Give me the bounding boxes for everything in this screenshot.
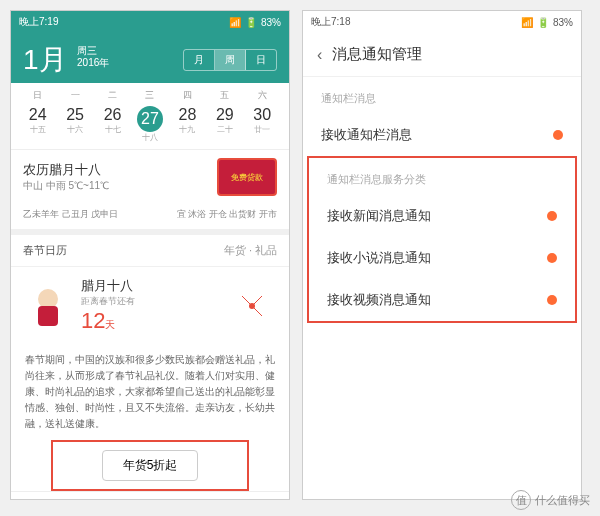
weekday-cell: 三: [145, 89, 154, 102]
weekday-cell: 六: [258, 89, 267, 102]
setting-row[interactable]: 接收新闻消息通知: [309, 195, 575, 237]
festival-card[interactable]: 腊月十八 距离春节还有 12天: [11, 267, 289, 344]
countdown-number: 12: [81, 308, 105, 333]
svg-line-4: [252, 296, 262, 306]
back-icon[interactable]: ‹: [317, 46, 322, 64]
tab-day[interactable]: 日: [246, 50, 276, 70]
settings-screen: 晚上7:18 📶 🔋 83% ‹ 消息通知管理 通知栏消息 接收通知栏消息 通知…: [302, 10, 582, 500]
battery-pct: 83%: [553, 17, 573, 28]
setting-label: 接收通知栏消息: [321, 126, 412, 144]
weather-info: 中山 中雨 5℃~11℃: [23, 179, 109, 193]
setting-label: 接收视频消息通知: [327, 291, 431, 309]
festival-title: 腊月十八: [81, 277, 219, 295]
day-cell[interactable]: 26十七: [98, 106, 128, 143]
weekday-cell: 五: [220, 89, 229, 102]
status-bar: 晚上7:18 📶 🔋 83%: [303, 11, 581, 33]
tab-month[interactable]: 月: [184, 50, 215, 70]
setting-row[interactable]: 接收视频消息通知: [309, 279, 575, 321]
signal-icon: 📶: [229, 17, 241, 28]
fortune-row: 乙未羊年 己丑月 戊申日 宜 沐浴 开仓 出货财 开市: [11, 204, 289, 235]
toggle-indicator[interactable]: [547, 253, 557, 263]
section-header: 春节日历 年货 · 礼品: [11, 235, 289, 267]
weekday-label: 周三: [77, 45, 97, 56]
countdown-unit: 天: [105, 319, 115, 330]
weekday-cell: 二: [108, 89, 117, 102]
toggle-indicator[interactable]: [547, 211, 557, 221]
day-cell[interactable]: 28十九: [172, 106, 202, 143]
weekday-cell: 四: [183, 89, 192, 102]
month-label[interactable]: 1月: [23, 44, 67, 75]
status-time: 晚上7:18: [311, 15, 350, 29]
calendar-grid: 日一二三四五六 24十五25十六26十七27十八28十九29二十30廿一: [11, 83, 289, 149]
setting-row-main[interactable]: 接收通知栏消息: [303, 114, 581, 156]
section-link[interactable]: 年货 · 礼品: [224, 243, 277, 258]
day-cell[interactable]: 30廿一: [247, 106, 277, 143]
tab-week[interactable]: 周: [215, 50, 246, 70]
day-cell[interactable]: 25十六: [60, 106, 90, 143]
settings-group-highlight: 通知栏消息服务分类 接收新闻消息通知接收小说消息通知接收视频消息通知: [307, 156, 577, 323]
view-tabs: 月 周 日: [183, 49, 277, 71]
calendar-app-screen: 晚上7:19 📶 🔋 83% 1月 周三 2016年 月 周 日 日一二: [10, 10, 290, 500]
settings-header: ‹ 消息通知管理: [303, 33, 581, 77]
svg-line-3: [242, 296, 252, 306]
day-cell[interactable]: 24十五: [23, 106, 53, 143]
ad-banner[interactable]: 免费贷款: [217, 158, 277, 196]
festival-illustration: [23, 281, 73, 331]
page-title: 消息通知管理: [332, 45, 422, 64]
toggle-indicator[interactable]: [547, 295, 557, 305]
setting-label: 接收新闻消息通知: [327, 207, 431, 225]
promo-highlight: 年货5折起: [51, 440, 249, 491]
svg-line-5: [252, 306, 262, 316]
calendar-header: 1月 周三 2016年 月 周 日: [11, 33, 289, 83]
lunar-title: 农历腊月十八: [23, 161, 109, 179]
battery-pct: 83%: [261, 17, 281, 28]
watermark-icon: 值: [511, 490, 531, 510]
battery-icon: 🔋: [245, 17, 257, 28]
section-title-1: 通知栏消息: [303, 77, 581, 114]
year-label: 2016年: [77, 57, 109, 68]
fortune-text: 宜 沐浴 开仓 出货财 开市: [177, 208, 277, 221]
bottom-nav: ⊞订阅27今日+新建⋯更多: [11, 491, 289, 500]
setting-label: 接收小说消息通知: [327, 249, 431, 267]
watermark-text: 什么值得买: [535, 493, 590, 508]
watermark: 值 什么值得买: [511, 490, 590, 510]
setting-row[interactable]: 接收小说消息通知: [309, 237, 575, 279]
ganzhi-text: 乙未羊年 己丑月 戊申日: [23, 208, 118, 221]
status-bar: 晚上7:19 📶 🔋 83%: [11, 11, 289, 33]
battery-icon: 🔋: [537, 17, 549, 28]
lunar-row[interactable]: 农历腊月十八 中山 中雨 5℃~11℃ 免费贷款: [11, 149, 289, 204]
promo-button[interactable]: 年货5折起: [102, 450, 199, 481]
description-text: 春节期间，中国的汉族和很多少数民族都会赠送礼品，礼尚往来，从而形成了春节礼品礼仪…: [11, 344, 289, 440]
weekday-cell: 日: [33, 89, 42, 102]
fireworks-illustration: [227, 281, 277, 331]
day-cell[interactable]: 29二十: [210, 106, 240, 143]
status-time: 晚上7:19: [19, 15, 58, 29]
toggle-indicator[interactable]: [553, 130, 563, 140]
festival-subtitle: 距离春节还有: [81, 295, 219, 308]
signal-icon: 📶: [521, 17, 533, 28]
section-title-2: 通知栏消息服务分类: [309, 158, 575, 195]
svg-rect-1: [38, 306, 58, 326]
section-title: 春节日历: [23, 243, 67, 258]
weekday-cell: 一: [71, 89, 80, 102]
day-cell[interactable]: 27十八: [135, 106, 165, 143]
